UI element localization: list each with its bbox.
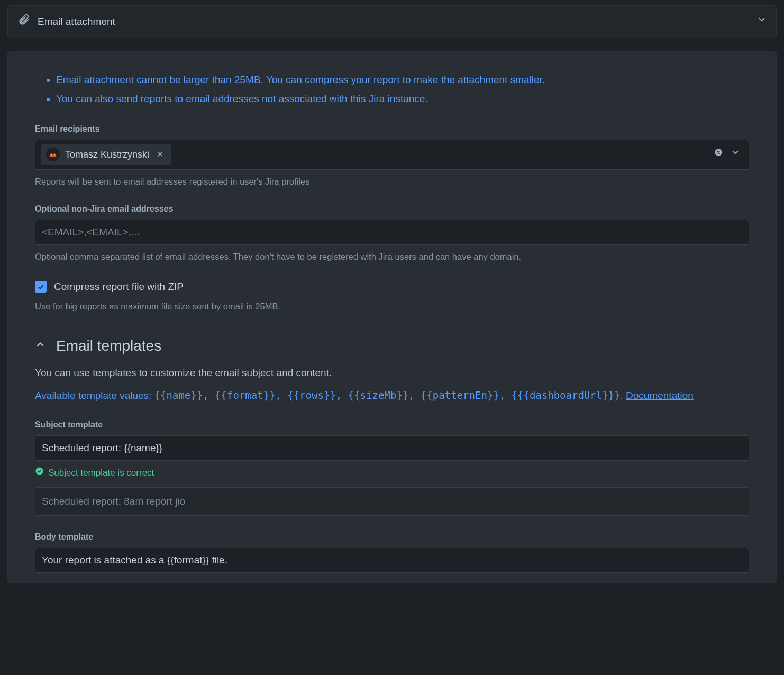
email-attachment-header[interactable]: Email attachment: [7, 5, 777, 38]
nonjira-help: Optional comma separated list of email a…: [35, 250, 749, 263]
documentation-link[interactable]: Documentation: [626, 390, 694, 401]
templates-available: Available template values: {{name}}, {{f…: [35, 387, 749, 404]
paperclip-icon: [17, 13, 30, 30]
recipients-label: Email recipients: [35, 123, 749, 135]
info-notes: Email attachment cannot be larger than 2…: [56, 72, 749, 107]
compress-checkbox[interactable]: [35, 281, 47, 293]
email-attachment-panel: Email attachment cannot be larger than 2…: [7, 51, 777, 584]
recipient-name: Tomasz Kustrzynski: [65, 148, 149, 162]
subject-validation: Subject template is correct: [35, 466, 749, 480]
chevron-down-icon[interactable]: [731, 148, 740, 161]
subject-input[interactable]: [35, 435, 749, 461]
templates-avail-suffix: .: [620, 390, 626, 401]
check-circle-icon: [35, 466, 44, 480]
compress-row: Compress report file with ZIP: [35, 279, 749, 295]
validation-suffix: is correct: [115, 468, 154, 478]
clear-icon[interactable]: [714, 148, 723, 161]
nonjira-input[interactable]: [35, 220, 749, 245]
email-templates-toggle[interactable]: Email templates: [35, 335, 749, 357]
recipient-chip: Tomasz Kustrzynski ✕: [41, 144, 171, 165]
email-templates-heading: Email templates: [56, 335, 161, 357]
info-note: Email attachment cannot be larger than 2…: [56, 72, 749, 88]
body-input[interactable]: [35, 548, 749, 573]
recipients-help: Reports will be sent to email addresses …: [35, 175, 749, 188]
info-note: You can also send reports to email addre…: [56, 92, 749, 107]
validation-subject-word: Subject template: [48, 468, 115, 478]
compress-help: Use for big reports as maximum file size…: [35, 300, 749, 313]
svg-point-4: [35, 468, 43, 475]
body-label: Body template: [35, 531, 749, 543]
chip-remove-icon[interactable]: ✕: [154, 148, 166, 161]
templates-avail-prefix: Available template values:: [35, 390, 154, 401]
templates-values: {{name}}, {{format}}, {{rows}}, {{sizeMb…: [154, 389, 621, 401]
avatar-icon: [46, 148, 60, 161]
svg-point-0: [46, 148, 60, 161]
header-title: Email attachment: [38, 14, 750, 30]
chevron-down-icon: [757, 15, 767, 29]
subject-label: Subject template: [35, 418, 749, 431]
svg-point-1: [51, 154, 52, 156]
templates-description: You can use templates to customize the e…: [35, 366, 749, 381]
chevron-up-icon: [35, 339, 45, 354]
svg-point-2: [54, 154, 56, 156]
subject-preview: Scheduled report: 8am report jio: [35, 487, 749, 516]
nonjira-label: Optional non-Jira email addresses: [35, 203, 749, 215]
recipients-select[interactable]: Tomasz Kustrzynski ✕: [35, 140, 749, 170]
compress-label: Compress report file with ZIP: [54, 279, 184, 295]
